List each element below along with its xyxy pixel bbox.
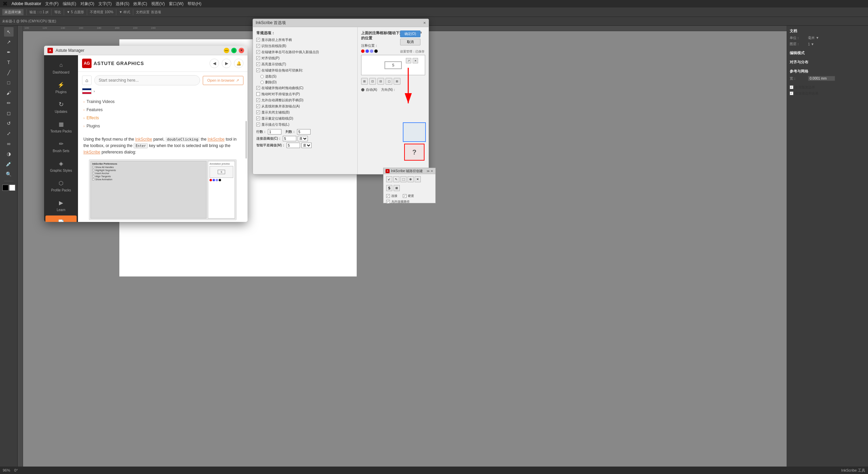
- checkbox-show-guide-lines[interactable]: [256, 123, 260, 126]
- menu-view[interactable]: 视图(V): [151, 1, 165, 7]
- type-tool[interactable]: T: [4, 58, 14, 67]
- nav-item-effects[interactable]: › Effects: [83, 114, 242, 122]
- panel-icon-1[interactable]: ↙: [386, 176, 392, 182]
- inkscribe-link-1[interactable]: InkScribe: [135, 137, 152, 142]
- panel-extra-btn[interactable]: ⊠: [394, 185, 400, 191]
- checkbox-highlight-tangents[interactable]: [256, 62, 260, 66]
- scroll-bar[interactable]: [245, 121, 247, 159]
- preferences[interactable]: 首选项: [151, 10, 161, 15]
- apple-menu[interactable]: ⌘: [3, 1, 7, 6]
- checkbox-drag-curve[interactable]: [256, 86, 260, 90]
- inkscribe-link-3[interactable]: InkScribe: [83, 150, 100, 154]
- sidebar-item-learn[interactable]: ▶ Learn: [45, 196, 77, 215]
- cols-input[interactable]: [297, 129, 311, 135]
- menu-help[interactable]: 帮助(H): [188, 1, 201, 7]
- menu-select[interactable]: 选择(S): [116, 1, 129, 7]
- close-button[interactable]: ✕: [239, 48, 244, 53]
- style-btn-1[interactable]: ⊞: [361, 78, 368, 85]
- radio-select-btn[interactable]: [260, 75, 264, 78]
- sidebar-item-graphic-styles[interactable]: ◈ Graphic Styles: [45, 157, 77, 176]
- search-input[interactable]: [94, 75, 200, 85]
- menu-file[interactable]: 文件(F): [45, 1, 58, 7]
- panel-expand[interactable]: ≫: [427, 169, 430, 173]
- sidebar-item-texture-packs[interactable]: ▦ Texture Packs: [45, 117, 77, 136]
- inkscribe-link-2[interactable]: InkScribe: [208, 137, 224, 142]
- sidebar-item-profile-packs[interactable]: ⬡ Profile Packs: [45, 176, 77, 195]
- maximize-button[interactable]: □: [231, 48, 237, 53]
- sidebar-item-plugins[interactable]: ⚡ Plugins: [45, 78, 77, 97]
- blend-tool[interactable]: ∞: [4, 139, 14, 148]
- eyedropper-tool[interactable]: 💉: [4, 159, 14, 169]
- pencil-tool[interactable]: ✏: [4, 98, 14, 108]
- panel-checkbox-hardness[interactable]: [403, 194, 407, 198]
- panel-icon-5[interactable]: ✕: [415, 176, 421, 182]
- smart-flat-unit-select[interactable]: 度: [301, 143, 312, 148]
- language-arrow[interactable]: ›: [94, 89, 95, 93]
- checkbox-insert-anchor[interactable]: [256, 50, 260, 54]
- paintbrush-tool[interactable]: 🖌: [4, 88, 14, 98]
- checkbox-recognize-segment[interactable]: [256, 44, 260, 48]
- panel-checkbox-connect[interactable]: [386, 194, 390, 198]
- direct-selection-tool[interactable]: ↗: [4, 37, 14, 47]
- radio-auto[interactable]: [361, 88, 364, 91]
- swatch-red[interactable]: [361, 49, 364, 53]
- nav-item-training-videos[interactable]: › Training Videos: [83, 98, 242, 106]
- checkbox-scale-handles[interactable]: [256, 92, 260, 96]
- panel-icon-3[interactable]: ⬚: [400, 176, 407, 182]
- preview-btn-1[interactable]: ↗: [406, 58, 411, 63]
- astute-scrollable-content[interactable]: › Training Videos › Features › Effects ›…: [78, 96, 248, 222]
- flag-uk[interactable]: [82, 88, 92, 94]
- rectangle-tool[interactable]: □: [4, 78, 14, 87]
- scale-tool[interactable]: ⤢: [4, 129, 14, 138]
- notification-bell-button[interactable]: 🔔: [234, 59, 243, 68]
- menu-text[interactable]: 文字(T): [98, 1, 112, 7]
- preview-btn-2[interactable]: ✕: [413, 58, 418, 63]
- line-tool[interactable]: ╱: [4, 68, 14, 77]
- panel-icon-4[interactable]: ⊕: [408, 176, 414, 182]
- panel-checkbox-allow-connect[interactable]: [386, 200, 390, 204]
- sidebar-item-updates[interactable]: ↻ Updates: [45, 98, 77, 117]
- panel-close[interactable]: ✕: [431, 169, 433, 173]
- gradient-tool[interactable]: ◑: [4, 149, 14, 159]
- pen-tool[interactable]: ✒: [4, 47, 14, 57]
- checkbox-switch-to[interactable]: [256, 68, 260, 72]
- rotation-display[interactable]: 0°: [14, 468, 18, 472]
- doc-settings[interactable]: 文档设置: [136, 10, 150, 15]
- menu-effects[interactable]: 效果(C): [133, 1, 147, 7]
- nav-item-plugins[interactable]: › Plugins: [83, 122, 242, 130]
- panel-icon-2[interactable]: ↖: [393, 176, 399, 182]
- ok-button[interactable]: 确定(O): [400, 30, 420, 37]
- props-checkbox-2[interactable]: [790, 91, 793, 95]
- home-button[interactable]: ⌂: [82, 76, 92, 85]
- menu-edit[interactable]: 编辑(E): [63, 1, 76, 7]
- connector-input[interactable]: [283, 136, 296, 141]
- sidebar-item-docs[interactable]: 📄 Docs: [45, 215, 77, 222]
- rotate-tool[interactable]: ↺: [4, 119, 14, 128]
- style-btn-5[interactable]: ⊞: [394, 78, 400, 85]
- zoom-tool[interactable]: 🔍: [4, 169, 14, 179]
- rows-input[interactable]: [268, 129, 281, 135]
- opacity-value[interactable]: 100%: [105, 10, 114, 14]
- checkbox-show-guides-d[interactable]: [256, 117, 260, 120]
- sidebar-item-brush-sets[interactable]: ✏ Brush Sets: [45, 137, 77, 156]
- stroke-color[interactable]: [9, 185, 15, 191]
- selection-tool[interactable]: ↖: [4, 27, 14, 37]
- menu-window[interactable]: 窗口(W): [169, 1, 183, 7]
- cancel-button[interactable]: 取消: [400, 39, 420, 45]
- radio-delete-btn[interactable]: [260, 81, 264, 84]
- style-btn-3[interactable]: ⊟: [377, 78, 384, 85]
- menu-object[interactable]: 对象(O): [80, 1, 94, 7]
- checkbox-show-handles[interactable]: [256, 38, 260, 42]
- nav-item-features[interactable]: › Features: [83, 106, 242, 114]
- props-width-input[interactable]: [808, 76, 835, 81]
- checkbox-align-tangents[interactable]: [256, 56, 260, 60]
- checkbox-auto-adjust[interactable]: [256, 98, 260, 102]
- style-btn-2[interactable]: ⊡: [369, 78, 376, 85]
- tool-options[interactable]: 未选择对象: [2, 9, 24, 16]
- style-btn-4[interactable]: ◻: [386, 78, 392, 85]
- minimize-button[interactable]: —: [224, 48, 229, 53]
- swatch-black[interactable]: [374, 49, 378, 53]
- connector-unit-select[interactable]: 度: [298, 136, 308, 141]
- nav-back-button[interactable]: ◀: [210, 59, 219, 68]
- panel-s-button[interactable]: S: [386, 185, 392, 191]
